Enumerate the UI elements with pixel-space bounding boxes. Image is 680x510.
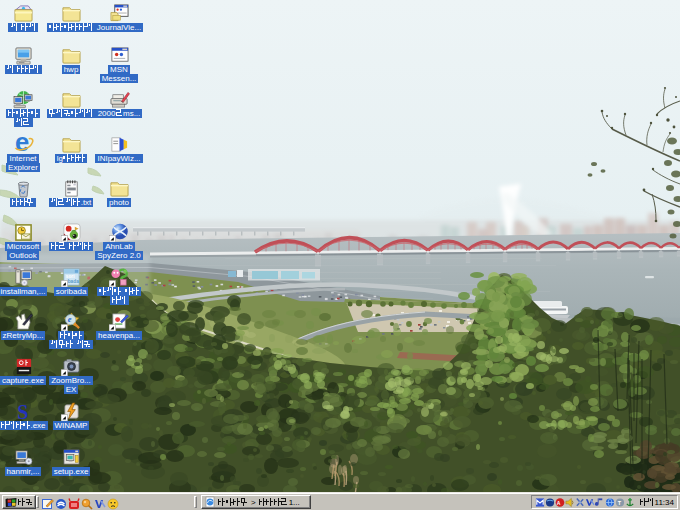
svg-text:bada: bada [67,279,78,284]
svg-text:e: e [14,135,28,154]
svg-text:e: e [67,314,71,324]
svg-text:A: A [556,499,560,505]
svg-text:S: S [17,402,28,421]
